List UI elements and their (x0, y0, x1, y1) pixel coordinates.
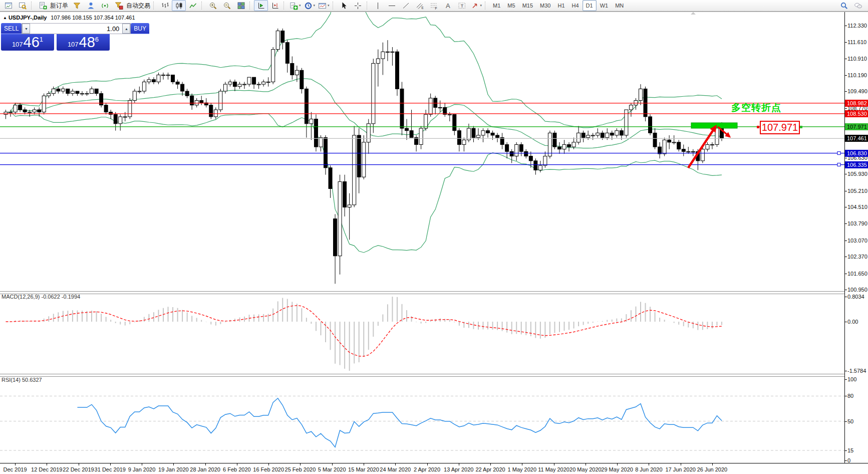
toolbar-button-periods[interactable]: ▾ (303, 0, 317, 11)
timeframe-M1[interactable]: M1 (489, 0, 504, 11)
toolbar-button-vertical-line[interactable] (371, 0, 385, 11)
timeframe-M15[interactable]: M15 (519, 0, 536, 11)
price-tick-dash (845, 207, 847, 207)
date-tick (617, 463, 618, 465)
buy-price-display[interactable]: 107 48 6 (57, 34, 110, 51)
autotrading-icon (115, 2, 123, 10)
sell-price-display[interactable]: 107 46 1 (1, 34, 54, 51)
date-axis[interactable]: Dec 201912 Dec 201922 Dec 201931 Dec 201… (0, 463, 868, 474)
price-tick-dash (845, 174, 847, 174)
toolbar-button-arrows[interactable]: ▾ (469, 0, 484, 11)
toolbar-button-new-order[interactable] (36, 0, 50, 11)
timeframe-M30[interactable]: M30 (536, 0, 554, 11)
toolbar-separator (333, 2, 335, 10)
toolbar-button-indicators-add[interactable]: ▾ (288, 0, 303, 11)
toolbar-button-mql5-community[interactable] (84, 0, 98, 11)
date-label: 20 May 2020 (569, 466, 602, 472)
date-tick (47, 463, 47, 465)
date-tick (300, 463, 301, 465)
toolbar-button-templates[interactable]: ▾ (317, 0, 331, 11)
auto-scroll-icon (257, 2, 265, 10)
turning-point-annotation[interactable]: 多空转折点 (731, 101, 781, 114)
pane-separator-main-macd[interactable] (0, 291, 868, 294)
rsi-scale-label: 80 (847, 393, 853, 399)
toolbar-button-candles-chart[interactable] (172, 0, 186, 11)
date-tick (522, 463, 522, 465)
rsi-tick-dash (845, 379, 847, 380)
symbol-name: USDJPY-,Daily (9, 15, 47, 21)
dropdown-arrow-icon[interactable]: ▾ (314, 4, 316, 8)
toolbar-label-autotrading[interactable]: 自动交易 (126, 2, 150, 10)
toolbar-button-equidistant-channel[interactable]: E (413, 0, 427, 11)
main-chart-canvas[interactable] (0, 12, 844, 291)
toolbar-button-bars-chart[interactable] (158, 0, 172, 11)
toolbar-button-new-chart[interactable] (2, 0, 16, 11)
toolbar-button-line-chart[interactable] (186, 0, 200, 11)
toolbar-separator (249, 2, 252, 10)
price-tick-label: 100.950 (847, 287, 867, 293)
toolbar-button-signals[interactable] (98, 0, 112, 11)
date-label: 11 May 2020 (538, 466, 569, 472)
price-scale[interactable]: 112.330111.610110.910110.190109.490108.7… (845, 12, 868, 463)
price-tick-dash (845, 191, 847, 191)
price-tick-dash (845, 75, 847, 76)
toolbar-button-horizontal-line[interactable] (385, 0, 399, 11)
toolbar-button-text[interactable]: A (441, 0, 455, 11)
toolbar-button-auto-scroll[interactable] (254, 0, 268, 11)
toolbar-button-crosshair[interactable] (351, 0, 365, 11)
toolbar-button-search[interactable] (837, 0, 851, 11)
toolbar-button-trendline[interactable] (399, 0, 413, 11)
toolbar-button-archive[interactable] (70, 0, 84, 11)
date-tick (364, 463, 364, 465)
toolbar-button-cursor[interactable] (337, 0, 351, 11)
timeframe-MN[interactable]: MN (612, 0, 627, 11)
hline-handle[interactable] (837, 152, 840, 155)
toolbar-button-text-label[interactable]: T (455, 0, 469, 11)
price-tick-dash (845, 257, 847, 257)
sell-price-point: 1 (40, 36, 43, 43)
timeframe-W1[interactable]: W1 (597, 0, 612, 11)
toolbar-button-tile-windows[interactable] (234, 0, 248, 11)
price-tick-dash (845, 108, 847, 109)
toolbar-button-chart-shift[interactable] (268, 0, 282, 11)
price-callout-box[interactable]: 107.971 (760, 121, 800, 134)
price-tick-label: 110.910 (847, 56, 867, 62)
toolbar-label-new-order[interactable]: 新订单 (50, 2, 68, 10)
one-click-trading-panel: SELL ▼ ▲ BUY 107 46 1 107 48 6 (1, 23, 110, 51)
pane-separator-macd-rsi[interactable] (0, 374, 868, 377)
hline-handle[interactable] (837, 163, 840, 166)
macd-pane-canvas[interactable] (0, 293, 844, 374)
toolbar-button-profiles[interactable] (16, 0, 30, 11)
timeframe-H4[interactable]: H4 (568, 0, 583, 11)
timeframe-H1[interactable]: H1 (554, 0, 568, 11)
green-line-handle[interactable] (800, 126, 802, 128)
date-tick (79, 463, 79, 465)
periods-icon (304, 2, 313, 10)
timeframe-M5[interactable]: M5 (504, 0, 518, 11)
volume-input[interactable] (30, 24, 122, 34)
dropdown-arrow-icon[interactable]: ▾ (299, 4, 301, 8)
svg-text:E: E (422, 6, 424, 10)
toolbar-button-autotrading[interactable] (112, 0, 126, 11)
toolbar-button-fibonacci[interactable]: F (427, 0, 441, 11)
volume-increase-button[interactable]: ▲ (122, 24, 130, 34)
volume-decrease-button[interactable]: ▼ (22, 24, 30, 34)
toolbar-button-zoom-out[interactable] (220, 0, 234, 11)
toolbar-button-chat[interactable] (851, 0, 865, 11)
date-label: 24 Mar 2020 (380, 466, 411, 472)
callout-anchor-handle[interactable] (757, 126, 759, 128)
sell-button[interactable]: SELL (1, 23, 22, 34)
price-tick-label: 109.490 (847, 88, 867, 94)
rsi-tick-dash (845, 396, 847, 396)
date-label: 15 Mar 2020 (348, 466, 379, 472)
dropdown-arrow-icon[interactable]: ▾ (328, 4, 330, 8)
timeframe-D1[interactable]: D1 (583, 0, 597, 11)
rsi-pane-canvas[interactable] (0, 376, 844, 463)
rsi-tick-dash (845, 450, 847, 451)
buy-button[interactable]: BUY (131, 23, 149, 34)
candlestick-series[interactable] (4, 29, 724, 284)
toolbar-button-zoom-in[interactable] (206, 0, 220, 11)
dropdown-arrow-icon[interactable]: ▾ (480, 4, 482, 8)
chart-shift-icon (271, 2, 279, 10)
date-label: 5 Mar 2020 (318, 466, 346, 472)
